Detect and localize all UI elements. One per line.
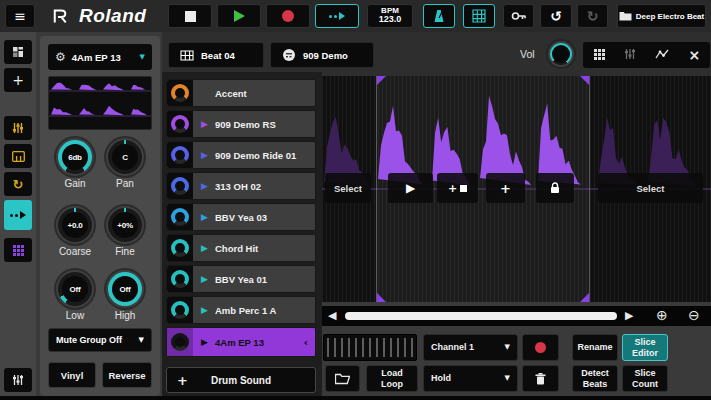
- sidebar-item-mixer[interactable]: [4, 368, 32, 392]
- bottom-edge: [0, 396, 711, 400]
- key-lock-button[interactable]: [503, 4, 534, 28]
- add-slice-to-pad-button[interactable]: +: [437, 173, 478, 203]
- level-knob[interactable]: [167, 142, 193, 168]
- sample-row[interactable]: ▶ Accent: [166, 79, 316, 107]
- pad-select-dropdown[interactable]: ⚙ 4Am EP 13 ▼: [48, 44, 152, 70]
- level-knob[interactable]: [167, 235, 193, 261]
- play-sample-icon[interactable]: ▶: [201, 181, 215, 191]
- zoom-in-button[interactable]: ⊕: [656, 307, 668, 323]
- play-button[interactable]: [217, 4, 261, 28]
- play-sample-icon[interactable]: ▶: [201, 337, 215, 347]
- pads-view-button[interactable]: [593, 46, 605, 64]
- channel-dropdown[interactable]: Channel 1 ▼: [423, 334, 518, 361]
- menu-button[interactable]: ≡: [5, 4, 35, 28]
- pan-knob[interactable]: C: [106, 138, 144, 176]
- rename-button[interactable]: Rename: [572, 334, 618, 361]
- load-loop-button[interactable]: Load Loop: [366, 365, 418, 392]
- pads-view-icon: [593, 48, 605, 60]
- fine-knob[interactable]: +0%: [106, 206, 144, 244]
- lock-icon: [550, 182, 560, 194]
- grid-view-button[interactable]: [463, 4, 495, 28]
- sample-row[interactable]: ▶ BBV Yea 01: [166, 265, 316, 293]
- sidebar-item-pads[interactable]: [4, 238, 32, 262]
- volume-knob[interactable]: [548, 41, 574, 67]
- sidebar-item-loop[interactable]: ↻: [4, 172, 32, 196]
- scroll-left-button[interactable]: ◀: [328, 308, 336, 324]
- plus-icon: +: [177, 373, 188, 388]
- sidebar-item-controls[interactable]: [4, 116, 32, 140]
- undo-button[interactable]: ↺: [540, 4, 572, 28]
- level-knob[interactable]: [167, 266, 193, 292]
- play-mode-dropdown[interactable]: Hold ▼: [423, 365, 518, 392]
- bpm-button[interactable]: BPM123.0: [367, 4, 413, 28]
- slice-count-button[interactable]: Slice Count: [622, 365, 668, 392]
- delete-button[interactable]: [522, 365, 559, 392]
- scroll-right-button[interactable]: ▶: [625, 308, 633, 324]
- chevron-down-icon: ▼: [505, 344, 510, 351]
- play-sample-icon[interactable]: ▶: [201, 274, 215, 284]
- play-sample-icon[interactable]: ▶: [201, 305, 215, 315]
- play-sample-icon[interactable]: ▶: [201, 119, 215, 129]
- level-knob[interactable]: [167, 297, 193, 323]
- sample-row[interactable]: ▶ 909 Demo RS: [166, 110, 316, 138]
- level-knob[interactable]: [167, 328, 193, 356]
- mute-group-dropdown[interactable]: Mute Group Off ▼: [48, 328, 152, 352]
- vinyl-button[interactable]: Vinyl: [48, 362, 96, 388]
- record-button[interactable]: [266, 4, 310, 28]
- select-right-button[interactable]: Select: [598, 173, 703, 203]
- tab-909-demo[interactable]: 909 Demo: [270, 42, 374, 68]
- sample-row[interactable]: ▶ BBV Yea 03: [166, 203, 316, 231]
- coarse-knob[interactable]: +0.0: [56, 206, 94, 244]
- sample-row[interactable]: ▶ Chord Hit: [166, 234, 316, 262]
- low-cut-knob[interactable]: Off: [56, 270, 94, 308]
- sample-row-selected[interactable]: ▶ 4Am EP 13 ‹: [166, 327, 316, 357]
- play-sample-icon[interactable]: ▶: [201, 212, 215, 222]
- sample-preview[interactable]: [48, 76, 152, 130]
- tab-beat-04[interactable]: Beat 04: [168, 42, 264, 68]
- level-knob[interactable]: [167, 173, 193, 199]
- level-knob[interactable]: [167, 80, 193, 106]
- pattern-mode-button[interactable]: [315, 4, 359, 28]
- preview-play-button[interactable]: ▶: [388, 173, 433, 203]
- mixer-view-button[interactable]: [624, 46, 636, 64]
- stop-button[interactable]: [168, 4, 212, 28]
- lock-button[interactable]: [536, 173, 574, 203]
- redo-button[interactable]: ↻: [577, 4, 608, 28]
- play-icon: [234, 10, 245, 22]
- add-marker-button[interactable]: +: [486, 173, 525, 203]
- level-knob[interactable]: [167, 204, 193, 230]
- load-sample-button[interactable]: [325, 365, 360, 392]
- waveform-display[interactable]: Select ▶ + + Select: [322, 76, 711, 302]
- play-sample-icon[interactable]: ▶: [201, 243, 215, 253]
- high-cut-knob[interactable]: Off: [106, 270, 144, 308]
- zoom-out-button[interactable]: ⊖: [688, 307, 700, 323]
- sample-record-button[interactable]: [522, 334, 559, 361]
- track-tab-strip: Beat 04 909 Demo Vol ×: [162, 32, 711, 76]
- project-name: Deep Electro Beat: [636, 12, 704, 21]
- pad-name: 4Am EP 13: [72, 52, 134, 63]
- select-left-button[interactable]: Select: [325, 173, 371, 203]
- add-drum-sound-button[interactable]: + Drum Sound: [166, 367, 316, 393]
- envelope-view-button[interactable]: [655, 46, 669, 64]
- sample-row[interactable]: ▶ 909 Demo Ride 01: [166, 141, 316, 169]
- sample-row[interactable]: ▶ Amb Perc 1 A: [166, 296, 316, 324]
- detect-beats-button[interactable]: Detect Beats: [572, 365, 618, 392]
- plus-icon: +: [12, 72, 24, 88]
- metronome-button[interactable]: [423, 4, 455, 28]
- scrollbar-thumb[interactable]: [345, 312, 617, 320]
- close-button[interactable]: ×: [689, 47, 701, 63]
- sidebar-item-song[interactable]: [4, 40, 32, 64]
- plus-icon: +: [448, 182, 457, 195]
- slice-editor-button[interactable]: Slice Editor: [622, 334, 668, 361]
- sidebar-item-add[interactable]: +: [4, 68, 32, 92]
- play-sample-icon[interactable]: ▶: [201, 150, 215, 160]
- sidebar-item-instrument[interactable]: [4, 144, 32, 168]
- sidebar-item-pattern-selected[interactable]: [4, 200, 32, 230]
- level-knob[interactable]: [167, 111, 193, 137]
- sample-row[interactable]: ▶ 313 OH 02: [166, 172, 316, 200]
- gain-knob[interactable]: 6db: [56, 138, 94, 176]
- reverse-button[interactable]: Reverse: [102, 362, 152, 388]
- channel-value: Channel 1: [431, 342, 474, 352]
- project-button[interactable]: Deep Electro Beat: [617, 4, 706, 28]
- gain-label: Gain: [56, 178, 94, 189]
